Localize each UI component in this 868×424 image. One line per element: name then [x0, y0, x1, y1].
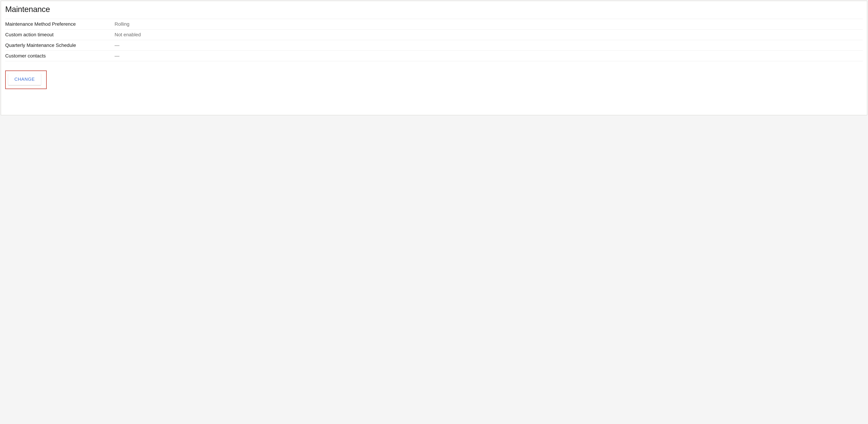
row-custom-action-timeout: Custom action timeout Not enabled	[5, 29, 863, 40]
row-value: —	[115, 42, 863, 48]
change-button-highlight: CHANGE	[5, 70, 47, 89]
row-maintenance-method: Maintenance Method Preference Rolling	[5, 19, 863, 30]
row-label: Maintenance Method Preference	[5, 21, 115, 27]
maintenance-panel: Maintenance Maintenance Method Preferenc…	[1, 1, 867, 115]
maintenance-rows: Maintenance Method Preference Rolling Cu…	[5, 19, 863, 61]
row-label: Custom action timeout	[5, 32, 115, 37]
row-label: Customer contacts	[5, 53, 115, 59]
section-title: Maintenance	[5, 4, 863, 14]
row-customer-contacts: Customer contacts —	[5, 51, 863, 61]
row-value: Not enabled	[115, 32, 863, 37]
row-value: Rolling	[115, 21, 863, 27]
row-value: —	[115, 53, 863, 59]
row-quarterly-schedule: Quarterly Maintenance Schedule —	[5, 40, 863, 51]
change-button[interactable]: CHANGE	[8, 73, 41, 85]
row-label: Quarterly Maintenance Schedule	[5, 42, 115, 48]
